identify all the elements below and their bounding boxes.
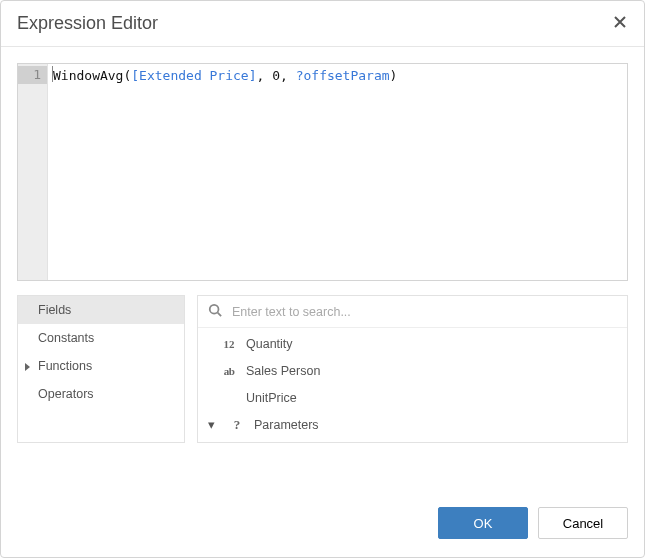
code-editor[interactable]: 1 WindowAvg([Extended Price], 0, ?offset…: [17, 63, 628, 281]
svg-point-0: [210, 305, 219, 314]
category-list: Fields Constants Functions Operators: [17, 295, 185, 443]
category-label: Constants: [38, 331, 94, 345]
field-row-sales-person[interactable]: ab Sales Person: [198, 357, 627, 384]
category-label: Functions: [38, 359, 92, 373]
code-gutter: 1: [18, 64, 48, 280]
search-row: [198, 296, 627, 328]
cancel-button[interactable]: Cancel: [538, 507, 628, 539]
gutter-line-number: 1: [18, 66, 47, 84]
code-content[interactable]: WindowAvg([Extended Price], 0, ?offsetPa…: [48, 64, 627, 280]
string-type-icon: ab: [220, 365, 238, 377]
dialog-title: Expression Editor: [17, 13, 158, 34]
field-row-offsetparam[interactable]: 12 offsetParam: [198, 438, 627, 442]
tok-func: WindowAvg: [53, 68, 123, 83]
chevron-down-icon[interactable]: ▾: [206, 417, 216, 432]
field-label: Parameters: [254, 418, 319, 432]
search-icon: [208, 303, 222, 320]
category-item-constants[interactable]: Constants: [18, 324, 184, 352]
detail-pane: 12 Quantity ab Sales Person UnitPrice ▾ …: [197, 295, 628, 443]
field-list: 12 Quantity ab Sales Person UnitPrice ▾ …: [198, 328, 627, 442]
field-row-unitprice[interactable]: UnitPrice: [198, 384, 627, 411]
field-row-parameters-group[interactable]: ▾ ? Parameters: [198, 411, 627, 438]
tok-param: ?offsetParam: [296, 68, 390, 83]
field-row-quantity[interactable]: 12 Quantity: [198, 330, 627, 357]
expression-editor-dialog: Expression Editor 1 WindowAvg([Extended …: [0, 0, 645, 558]
tok-paren-close: ): [390, 68, 398, 83]
picker-row: Fields Constants Functions Operators: [17, 295, 628, 443]
category-item-operators[interactable]: Operators: [18, 380, 184, 408]
field-label: Sales Person: [246, 364, 320, 378]
dialog-header: Expression Editor: [1, 1, 644, 47]
category-item-functions[interactable]: Functions: [18, 352, 184, 380]
parameter-type-icon: ?: [228, 417, 246, 433]
tok-number: 0: [272, 68, 280, 83]
chevron-right-icon: [24, 361, 31, 375]
dialog-body: 1 WindowAvg([Extended Price], 0, ?offset…: [1, 47, 644, 489]
ok-button[interactable]: OK: [438, 507, 528, 539]
number-type-icon: 12: [220, 338, 238, 350]
tok-comma: ,: [280, 68, 296, 83]
tok-comma: ,: [257, 68, 273, 83]
tok-field: [Extended Price]: [131, 68, 256, 83]
category-item-fields[interactable]: Fields: [18, 296, 184, 324]
dialog-footer: OK Cancel: [1, 489, 644, 557]
field-label: Quantity: [246, 337, 293, 351]
field-label: UnitPrice: [246, 391, 297, 405]
search-input[interactable]: [230, 304, 617, 320]
close-icon[interactable]: [612, 14, 628, 33]
category-label: Fields: [38, 303, 71, 317]
category-label: Operators: [38, 387, 94, 401]
